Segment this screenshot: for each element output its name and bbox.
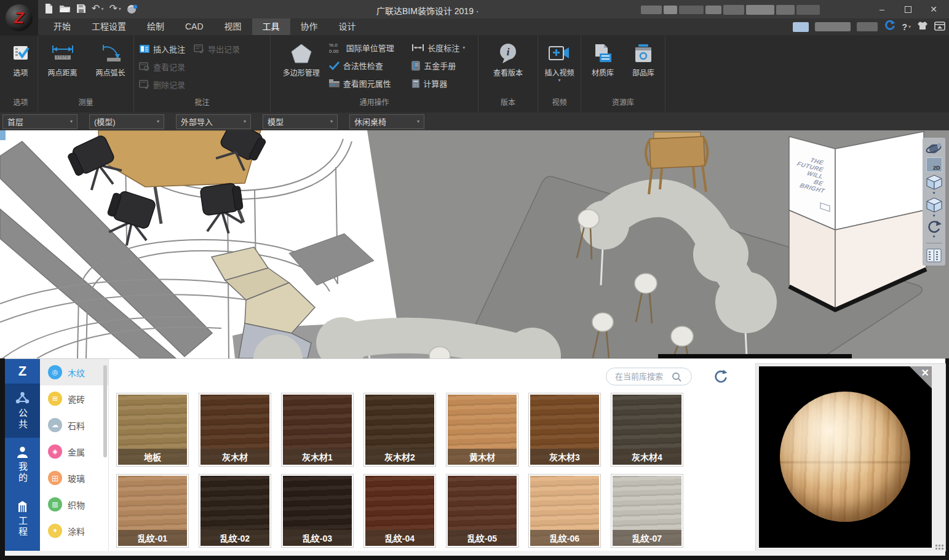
material-library-button[interactable]: 材质库	[585, 37, 621, 77]
category-tile[interactable]: ⊞ 瓷砖	[40, 385, 108, 412]
glass-category-icon: 田	[48, 471, 62, 485]
minimize-button[interactable]: –	[869, 0, 895, 18]
app-logo-orb: Z	[6, 4, 33, 31]
delete-record-button[interactable]: 删除记录	[139, 79, 185, 90]
help-button[interactable]: ? ▾	[902, 22, 911, 32]
category-scrollbar[interactable]	[103, 365, 107, 457]
model-select[interactable]: 模型 ▾	[263, 114, 338, 129]
material-item[interactable]: 乱纹-03	[281, 474, 354, 548]
building-icon	[16, 500, 29, 512]
sidebar-tab-project[interactable]: 工程	[5, 492, 40, 546]
category-wood[interactable]: ◎ 木纹	[40, 359, 108, 385]
calculator-button[interactable]: 计算器	[411, 74, 478, 92]
material-name: 乱纹-06	[530, 530, 599, 546]
category-glass[interactable]: 田 玻璃	[40, 465, 108, 491]
material-item[interactable]: 灰木材1	[281, 393, 354, 467]
refresh-library-button[interactable]	[712, 368, 730, 386]
hardware-manual-button[interactable]: 五金手册	[411, 57, 478, 74]
view-settings-button[interactable]	[926, 248, 942, 263]
category-metal[interactable]: ◈ 金属	[40, 438, 108, 465]
two-point-arc-button[interactable]: 两点弧长	[89, 37, 133, 77]
close-preview-icon[interactable]: ✕	[921, 367, 929, 379]
component-select[interactable]: 休闲桌椅 ▾	[349, 114, 424, 129]
material-item[interactable]: 乱纹-07	[611, 474, 683, 548]
international-units-button[interactable]: %.00.00 国际单位管理	[328, 39, 412, 57]
sync-sphere-button[interactable]	[127, 4, 138, 14]
group-label-video: 视频	[538, 95, 581, 112]
insert-video-button[interactable]: 插入视频 ▾	[544, 37, 574, 83]
category-paint[interactable]: ✦ 涂料	[40, 518, 108, 544]
iso-view2-button[interactable]: ▾	[926, 197, 943, 218]
material-item[interactable]: 乱纹-06	[528, 474, 601, 548]
ribbon-group-video: 插入视频 ▾ 视频	[538, 35, 581, 112]
import-source-select[interactable]: 外部导入 ▾	[176, 114, 251, 129]
length-dimension-button[interactable]: 长度标注 ▾	[411, 39, 478, 57]
view-element-props-button[interactable]: 查看图元属性	[328, 74, 412, 92]
material-item[interactable]: 地板	[116, 393, 189, 467]
svg-text:%.0: %.0	[329, 42, 338, 48]
material-item[interactable]: 灰木材2	[363, 393, 436, 467]
tab-view[interactable]: 视图	[214, 18, 252, 35]
material-item[interactable]: 乱纹-05	[446, 474, 518, 548]
options-button[interactable]: 选项	[11, 37, 31, 77]
orbit-button[interactable]	[926, 141, 942, 156]
ribbon-group-library: 材质库 部品库 资源库	[581, 35, 665, 112]
iso-view-button[interactable]: ▾	[926, 174, 943, 195]
insert-annotation-button[interactable]: 插入批注	[139, 43, 185, 55]
2d-view-button[interactable]: 2D	[926, 157, 942, 172]
search-input[interactable]	[615, 372, 668, 381]
material-item[interactable]: 乱纹-01	[116, 474, 189, 548]
redo-button[interactable]: ↷ ▾	[109, 4, 121, 14]
view-settings-icon	[926, 248, 942, 263]
new-file-button[interactable]	[44, 3, 54, 14]
category-fabric[interactable]: ▥ 织物	[40, 491, 108, 518]
material-item[interactable]: 乱纹-02	[199, 474, 271, 548]
tab-start[interactable]: 开始	[43, 18, 81, 35]
material-item[interactable]: 黄木材	[446, 393, 518, 467]
material-name: 乱纹-02	[201, 530, 269, 546]
floor-select[interactable]: 首层 ▾	[2, 114, 77, 129]
resize-grip[interactable]	[935, 545, 943, 550]
minimize-ribbon-button[interactable]	[934, 21, 945, 33]
scene-3d: THE FUTURE WILL BE BRIGHT	[0, 130, 949, 358]
model-mode-select[interactable]: (模型) ▾	[89, 114, 164, 129]
save-button[interactable]	[76, 4, 86, 14]
polygon-manage-button[interactable]: 多边形管理	[274, 37, 328, 77]
material-item[interactable]: 乱纹-04	[363, 474, 436, 548]
tab-project-settings[interactable]: 工程设置	[81, 18, 137, 35]
undo-caret-icon[interactable]: ▾	[101, 6, 103, 12]
tab-draw[interactable]: 绘制	[137, 18, 175, 35]
part-library-button[interactable]: 部品库	[625, 37, 661, 77]
material-item[interactable]: 灰木材	[199, 393, 271, 467]
tab-design[interactable]: 设计	[328, 18, 367, 35]
undo-button[interactable]: ↶ ▾	[92, 4, 103, 14]
open-file-button[interactable]	[59, 4, 71, 14]
theme-shirt-button[interactable]	[917, 21, 928, 33]
ribbon-tabs: 开始 工程设置 绘制 CAD 视图 工具 协作 设计	[43, 18, 367, 35]
view-version-button[interactable]: i 查看版本	[493, 37, 523, 77]
app-logo-letter: Z	[14, 9, 24, 28]
component-select-caret-icon: ▾	[417, 119, 419, 124]
sidebar-tab-mine[interactable]: 我的	[5, 438, 40, 492]
sidebar-tab-public[interactable]: 公共	[5, 384, 40, 438]
tab-tools[interactable]: 工具	[252, 18, 290, 35]
tab-collaborate[interactable]: 协作	[290, 18, 328, 35]
legality-check-button[interactable]: 合法性检查	[328, 57, 412, 74]
export-record-button[interactable]: 导出记录	[194, 43, 240, 55]
material-item[interactable]: 灰木材4	[611, 393, 683, 467]
close-button[interactable]: ✕	[921, 0, 947, 18]
two-point-distance-label: 两点距离	[47, 67, 77, 77]
sync-button[interactable]	[884, 20, 895, 34]
redo-caret-icon[interactable]: ▾	[119, 6, 121, 12]
rotate-view-button[interactable]: ▾	[926, 219, 942, 239]
category-paint-label: 涂料	[68, 525, 85, 537]
category-stone[interactable]: ☁ 石料	[40, 412, 108, 438]
material-name: 乱纹-01	[118, 530, 187, 546]
maximize-button[interactable]	[895, 0, 921, 18]
two-point-distance-button[interactable]: 两点距离	[39, 37, 86, 77]
viewport-canvas[interactable]: THE FUTURE WILL BE BRIGHT 2D ▾ ▾ ▾	[0, 130, 949, 358]
view-record-button[interactable]: 查看记录	[139, 61, 185, 73]
material-item[interactable]: 灰木材3	[528, 393, 601, 467]
tab-cad[interactable]: CAD	[175, 18, 214, 35]
app-logo[interactable]: Z	[0, 0, 38, 36]
